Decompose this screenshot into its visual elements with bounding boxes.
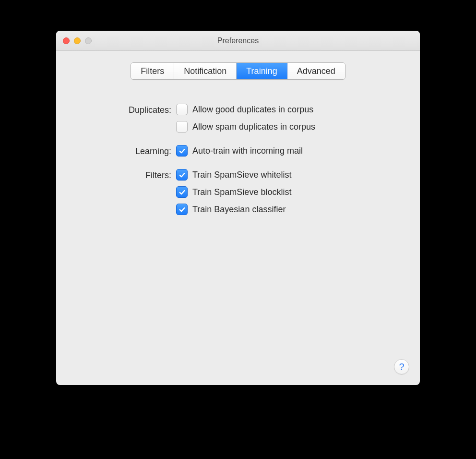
checkbox-train-whitelist[interactable] [176, 169, 188, 181]
tab-training[interactable]: Training [237, 63, 287, 79]
tab-advanced[interactable]: Advanced [287, 63, 345, 79]
option-label: Allow good duplicates in corpus [192, 105, 313, 115]
close-window-button[interactable] [63, 37, 70, 44]
help-icon: ? [399, 362, 404, 373]
tab-filters[interactable]: Filters [131, 63, 174, 79]
filters-options: Train SpamSieve whitelist Train SpamSiev… [176, 169, 401, 215]
option-label: Train Bayesian classifier [192, 205, 286, 215]
learning-group: Learning: Auto-train with incoming mail [99, 145, 401, 157]
tab-notification[interactable]: Notification [174, 63, 237, 79]
titlebar: Preferences [56, 31, 420, 51]
duplicates-options: Allow good duplicates in corpus Allow sp… [176, 104, 401, 133]
option-label: Auto-train with incoming mail [192, 146, 303, 156]
content-area: Filters Notification Training Advanced D… [56, 51, 420, 385]
checkbox-allow-good-duplicates[interactable] [176, 104, 188, 115]
option-label: Allow spam duplicates in corpus [192, 122, 315, 132]
duplicates-group: Duplicates: Allow good duplicates in cor… [99, 104, 401, 133]
option-train-bayesian[interactable]: Train Bayesian classifier [176, 204, 401, 215]
checkmark-icon [178, 189, 186, 196]
checkmark-icon [178, 171, 186, 179]
checkbox-train-blocklist[interactable] [176, 186, 188, 198]
zoom-window-button[interactable] [85, 37, 92, 44]
tab-bar: Filters Notification Training Advanced [131, 62, 345, 80]
option-train-blocklist[interactable]: Train SpamSieve blocklist [176, 186, 401, 198]
checkmark-icon [178, 206, 186, 213]
option-allow-spam-duplicates[interactable]: Allow spam duplicates in corpus [176, 121, 401, 133]
option-allow-good-duplicates[interactable]: Allow good duplicates in corpus [176, 104, 401, 115]
window-title: Preferences [56, 36, 420, 45]
filters-group: Filters: Train SpamSieve whitelist Train… [99, 169, 401, 215]
learning-label: Learning: [99, 145, 171, 157]
training-form: Duplicates: Allow good duplicates in cor… [56, 104, 420, 228]
checkbox-train-bayesian[interactable] [176, 204, 188, 215]
minimize-window-button[interactable] [74, 37, 81, 44]
option-auto-train[interactable]: Auto-train with incoming mail [176, 145, 401, 157]
option-train-whitelist[interactable]: Train SpamSieve whitelist [176, 169, 401, 181]
learning-options: Auto-train with incoming mail [176, 145, 401, 157]
checkbox-auto-train[interactable] [176, 145, 188, 157]
duplicates-label: Duplicates: [99, 104, 171, 133]
checkmark-icon [178, 147, 186, 155]
option-label: Train SpamSieve blocklist [192, 187, 291, 197]
filters-label: Filters: [99, 169, 171, 215]
checkbox-allow-spam-duplicates[interactable] [176, 121, 188, 133]
option-label: Train SpamSieve whitelist [192, 170, 291, 180]
preferences-window: Preferences Filters Notification Trainin… [56, 31, 420, 385]
window-controls [56, 37, 92, 44]
help-button[interactable]: ? [394, 359, 409, 374]
